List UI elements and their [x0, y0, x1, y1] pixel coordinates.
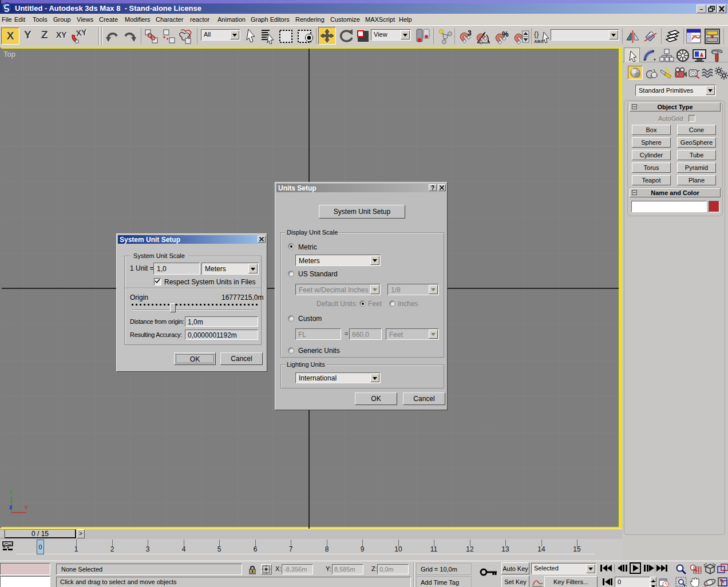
svg-text:y: y — [9, 487, 13, 494]
svg-text:z: z — [9, 503, 13, 510]
svg-text:x: x — [25, 503, 28, 510]
svg-text:%: % — [502, 30, 509, 38]
svg-text:3: 3 — [468, 30, 472, 37]
svg-text:{}: {} — [534, 30, 539, 38]
